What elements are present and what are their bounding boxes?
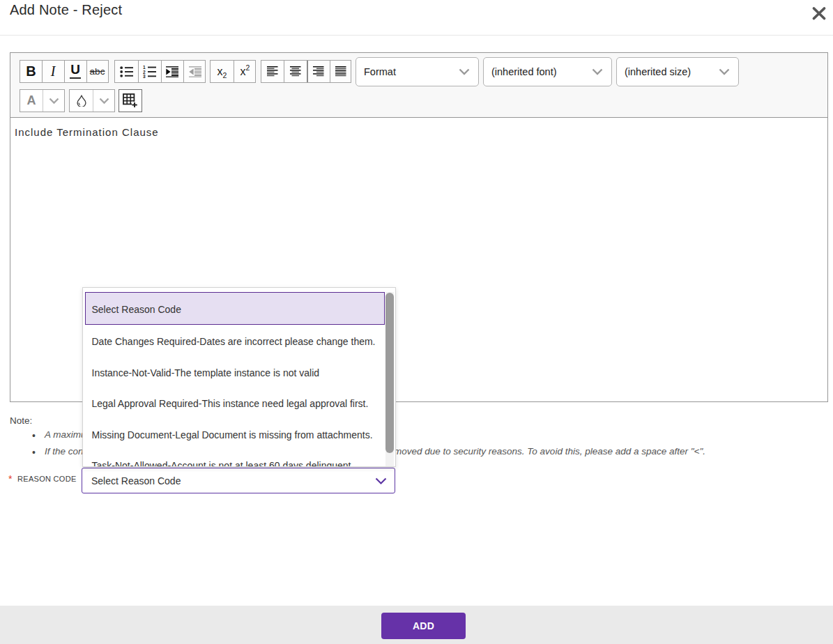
svg-text:3: 3 [143,74,146,78]
